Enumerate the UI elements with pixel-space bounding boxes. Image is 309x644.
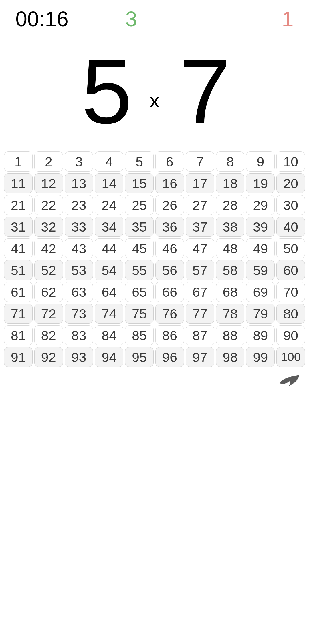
answer-cell-50[interactable]: 50 (276, 238, 305, 258)
answer-cell-36[interactable]: 36 (155, 217, 184, 237)
answer-cell-99[interactable]: 99 (246, 347, 275, 367)
answer-cell-65[interactable]: 65 (125, 282, 154, 302)
answer-cell-63[interactable]: 63 (65, 282, 93, 302)
answer-cell-10[interactable]: 10 (276, 151, 305, 172)
answer-cell-56[interactable]: 56 (155, 260, 184, 280)
answer-cell-39[interactable]: 39 (246, 217, 275, 237)
answer-cell-89[interactable]: 89 (246, 325, 275, 345)
answer-cell-94[interactable]: 94 (95, 347, 123, 367)
answer-cell-31[interactable]: 31 (4, 217, 33, 237)
answer-cell-73[interactable]: 73 (65, 304, 93, 324)
answer-cell-16[interactable]: 16 (155, 173, 184, 193)
answer-cell-71[interactable]: 71 (4, 304, 33, 324)
answer-cell-85[interactable]: 85 (125, 325, 154, 345)
answer-cell-77[interactable]: 77 (186, 304, 214, 324)
answer-cell-6[interactable]: 6 (155, 151, 184, 172)
answer-cell-13[interactable]: 13 (65, 173, 93, 193)
answer-cell-44[interactable]: 44 (95, 238, 123, 258)
answer-cell-86[interactable]: 86 (155, 325, 184, 345)
answer-cell-43[interactable]: 43 (65, 238, 93, 258)
answer-cell-83[interactable]: 83 (65, 325, 93, 345)
answer-cell-68[interactable]: 68 (216, 282, 245, 302)
answer-cell-7[interactable]: 7 (186, 151, 214, 172)
answer-cell-79[interactable]: 79 (246, 304, 275, 324)
answer-cell-25[interactable]: 25 (125, 195, 154, 215)
answer-cell-4[interactable]: 4 (95, 151, 123, 172)
answer-cell-96[interactable]: 96 (155, 347, 184, 367)
answer-cell-55[interactable]: 55 (125, 260, 154, 280)
answer-cell-64[interactable]: 64 (95, 282, 123, 302)
answer-cell-2[interactable]: 2 (34, 151, 63, 172)
answer-cell-27[interactable]: 27 (186, 195, 214, 215)
answer-cell-18[interactable]: 18 (216, 173, 245, 193)
answer-cell-20[interactable]: 20 (276, 173, 305, 193)
answer-cell-81[interactable]: 81 (4, 325, 33, 345)
answer-cell-38[interactable]: 38 (216, 217, 245, 237)
answer-cell-91[interactable]: 91 (4, 347, 33, 367)
answer-cell-3[interactable]: 3 (65, 151, 93, 172)
answer-cell-11[interactable]: 11 (4, 173, 33, 193)
answer-cell-59[interactable]: 59 (246, 260, 275, 280)
answer-cell-28[interactable]: 28 (216, 195, 245, 215)
answer-cell-98[interactable]: 98 (216, 347, 245, 367)
answer-cell-97[interactable]: 97 (186, 347, 214, 367)
answer-cell-14[interactable]: 14 (95, 173, 123, 193)
answer-cell-95[interactable]: 95 (125, 347, 154, 367)
answer-cell-84[interactable]: 84 (95, 325, 123, 345)
answer-cell-62[interactable]: 62 (34, 282, 63, 302)
answer-cell-47[interactable]: 47 (186, 238, 214, 258)
answer-cell-61[interactable]: 61 (4, 282, 33, 302)
answer-cell-60[interactable]: 60 (276, 260, 305, 280)
answer-cell-78[interactable]: 78 (216, 304, 245, 324)
answer-cell-66[interactable]: 66 (155, 282, 184, 302)
back-button[interactable] (278, 372, 301, 389)
answer-cell-52[interactable]: 52 (34, 260, 63, 280)
answer-cell-100[interactable]: 100 (276, 347, 305, 367)
answer-cell-48[interactable]: 48 (216, 238, 245, 258)
answer-cell-54[interactable]: 54 (95, 260, 123, 280)
answer-cell-82[interactable]: 82 (34, 325, 63, 345)
answer-cell-92[interactable]: 92 (34, 347, 63, 367)
answer-cell-32[interactable]: 32 (34, 217, 63, 237)
answer-cell-42[interactable]: 42 (34, 238, 63, 258)
answer-cell-80[interactable]: 80 (276, 304, 305, 324)
answer-cell-90[interactable]: 90 (276, 325, 305, 345)
answer-cell-87[interactable]: 87 (186, 325, 214, 345)
answer-cell-57[interactable]: 57 (186, 260, 214, 280)
answer-cell-72[interactable]: 72 (34, 304, 63, 324)
answer-cell-76[interactable]: 76 (155, 304, 184, 324)
answer-cell-93[interactable]: 93 (65, 347, 93, 367)
answer-cell-70[interactable]: 70 (276, 282, 305, 302)
answer-cell-35[interactable]: 35 (125, 217, 154, 237)
answer-cell-69[interactable]: 69 (246, 282, 275, 302)
answer-cell-40[interactable]: 40 (276, 217, 305, 237)
answer-cell-33[interactable]: 33 (65, 217, 93, 237)
answer-cell-75[interactable]: 75 (125, 304, 154, 324)
answer-cell-41[interactable]: 41 (4, 238, 33, 258)
answer-cell-67[interactable]: 67 (186, 282, 214, 302)
answer-cell-9[interactable]: 9 (246, 151, 275, 172)
answer-cell-45[interactable]: 45 (125, 238, 154, 258)
answer-cell-19[interactable]: 19 (246, 173, 275, 193)
answer-cell-46[interactable]: 46 (155, 238, 184, 258)
answer-cell-23[interactable]: 23 (65, 195, 93, 215)
answer-cell-17[interactable]: 17 (186, 173, 214, 193)
answer-cell-74[interactable]: 74 (95, 304, 123, 324)
answer-cell-34[interactable]: 34 (95, 217, 123, 237)
answer-cell-22[interactable]: 22 (34, 195, 63, 215)
answer-cell-26[interactable]: 26 (155, 195, 184, 215)
answer-cell-15[interactable]: 15 (125, 173, 154, 193)
answer-cell-53[interactable]: 53 (65, 260, 93, 280)
answer-cell-37[interactable]: 37 (186, 217, 214, 237)
answer-cell-5[interactable]: 5 (125, 151, 154, 172)
answer-cell-30[interactable]: 30 (276, 195, 305, 215)
answer-cell-88[interactable]: 88 (216, 325, 245, 345)
answer-cell-24[interactable]: 24 (95, 195, 123, 215)
answer-cell-1[interactable]: 1 (4, 151, 33, 172)
answer-cell-51[interactable]: 51 (4, 260, 33, 280)
answer-cell-8[interactable]: 8 (216, 151, 245, 172)
answer-cell-12[interactable]: 12 (34, 173, 63, 193)
answer-cell-21[interactable]: 21 (4, 195, 33, 215)
answer-cell-49[interactable]: 49 (246, 238, 275, 258)
answer-cell-29[interactable]: 29 (246, 195, 275, 215)
